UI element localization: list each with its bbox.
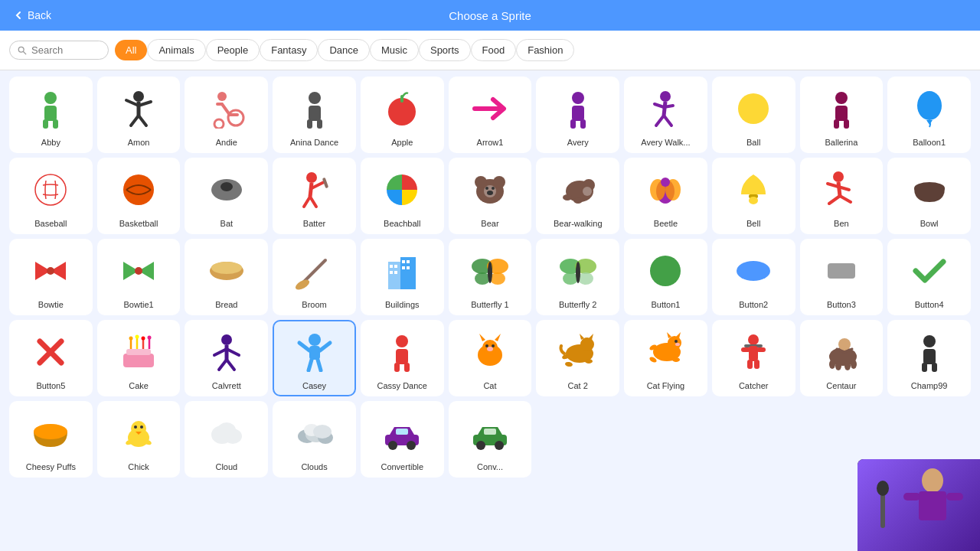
sprite-card-button4[interactable]: Button4 [887,239,971,315]
svg-point-44 [306,172,317,183]
svg-rect-17 [307,119,312,129]
sprite-card-buildings[interactable]: Buildings [361,239,444,315]
filter-btn-music[interactable]: Music [370,39,419,61]
sprite-grid-container[interactable]: AbbyAmonAndieAnina DanceAppleArrow1Avery… [0,70,980,551]
sprite-card-balloon1[interactable]: Balloon1 [887,77,971,153]
sprite-card-bat[interactable]: Bat [185,158,268,234]
sprite-label-batter: Batter [277,219,351,228]
sprite-card-andie[interactable]: Andie [185,77,268,153]
filter-btn-animals[interactable]: Animals [147,39,205,61]
sprite-card-cassy-dance[interactable]: Cassy Dance [361,320,444,396]
sprite-card-cloud[interactable]: Cloud [185,401,268,478]
sprite-card-abby[interactable]: Abby [9,77,93,153]
sprite-image-champ99 [892,326,966,378]
sprite-card-button5[interactable]: Button5 [9,320,93,396]
search-box[interactable] [9,41,109,60]
svg-rect-25 [580,119,586,129]
sprite-card-avery[interactable]: Avery [536,77,619,153]
sprite-image-bowl [892,164,966,216]
sprite-card-convertible[interactable]: Convertible [361,401,444,478]
svg-point-103 [563,272,578,285]
sprite-label-chick: Chick [102,462,176,471]
svg-point-205 [922,468,943,493]
sprite-card-centaur[interactable]: Centaur [800,320,884,396]
sprite-label-casey: Casey [277,381,351,390]
sprite-card-broom[interactable]: Broom [273,239,356,315]
sprite-card-chick[interactable]: Chick [97,401,181,478]
sprite-card-bowtie1[interactable]: Bowtie1 [97,239,181,315]
svg-rect-135 [394,363,400,372]
sprite-card-apple[interactable]: Apple [361,77,444,153]
sprite-label-cat-flying: Cat Flying [629,381,703,390]
filter-btn-fashion[interactable]: Fashion [516,39,574,61]
sprite-label-baseball: Baseball [14,219,88,228]
webcam-overlay [858,459,980,551]
sprite-card-button3[interactable]: Button3 [800,239,884,315]
sprite-card-cake[interactable]: Cake [97,320,181,396]
back-button[interactable]: Back [12,9,51,21]
svg-point-53 [493,176,505,188]
svg-point-81 [135,267,142,275]
sprite-image-abby [14,83,88,135]
svg-line-125 [219,360,227,370]
sprite-card-bell[interactable]: Bell [712,158,795,234]
filter-btn-all[interactable]: All [115,40,147,60]
sprite-card-ballerina[interactable]: Ballerina [800,77,884,153]
svg-point-52 [475,176,487,188]
svg-point-15 [309,92,321,104]
svg-point-117 [129,337,133,341]
search-input[interactable] [31,44,100,56]
svg-point-68 [749,197,758,204]
filter-btn-food[interactable]: Food [471,39,517,61]
sprite-card-ben[interactable]: Ben [800,158,884,234]
sprite-card-catcher[interactable]: Catcher [712,320,795,396]
sprite-card-anina[interactable]: Anina Dance [273,77,356,153]
sprite-label-avery-walk: Avery Walk... [629,138,703,147]
sprite-card-clouds[interactable]: Clouds [273,401,356,478]
svg-rect-178 [922,363,927,372]
filter-btn-people[interactable]: People [206,39,260,61]
sprite-card-avery-walk[interactable]: Avery Walk... [624,77,707,153]
search-icon [18,45,27,56]
filter-btn-dance[interactable]: Dance [318,39,370,61]
sprite-card-cat-flying[interactable]: Cat Flying [624,320,707,396]
sprite-card-arrow1[interactable]: Arrow1 [449,77,532,153]
sprite-card-button1[interactable]: Button1 [624,239,707,315]
svg-rect-36 [844,119,849,129]
sprite-card-batter[interactable]: Batter [273,158,356,234]
sprite-card-baseball[interactable]: Baseball [9,158,93,234]
sprite-card-cat2[interactable]: Cat 2 [536,320,619,396]
svg-point-119 [142,337,145,341]
sprite-card-cat[interactable]: Cat [449,320,532,396]
sprite-card-basketball[interactable]: Basketball [97,158,181,234]
sprite-card-butterfly1[interactable]: Butterfly 1 [449,239,532,315]
sprite-card-bowtie[interactable]: Bowtie [9,239,93,315]
sprite-card-bear[interactable]: Bear [449,158,532,234]
sprite-card-button2[interactable]: Button2 [712,239,795,315]
svg-point-6 [133,91,144,102]
svg-rect-162 [749,346,758,361]
svg-point-2 [44,92,57,104]
filter-btn-sports[interactable]: Sports [419,39,471,61]
sprite-image-centaur [805,326,879,378]
filter-btn-fantasy[interactable]: Fantasy [260,39,318,61]
sprite-card-casey[interactable]: Casey [273,320,356,396]
sprite-card-bowl[interactable]: Bowl [887,158,971,234]
svg-point-196 [313,425,332,439]
sprite-card-ball[interactable]: Ball [712,77,795,153]
sprite-card-champ99[interactable]: Champ99 [887,320,971,396]
sprite-card-amon[interactable]: Amon [97,77,181,153]
sprite-card-bread[interactable]: Bread [185,239,268,315]
sprite-card-butterfly2[interactable]: Butterfly 2 [536,239,619,315]
sprite-card-bear-walking[interactable]: Bear-walking [536,158,619,234]
svg-point-43 [220,182,233,191]
sprite-card-beachball[interactable]: Beachball [361,158,444,234]
svg-point-104 [578,272,593,285]
sprite-label-beachball: Beachball [365,219,439,228]
sprite-card-conv2[interactable]: Conv... [449,401,532,478]
sprite-card-cheesy-puffs[interactable]: Cheesy Puffs [9,401,93,478]
svg-marker-139 [479,334,485,341]
sprite-card-beetle[interactable]: Beetle [624,158,707,234]
sprite-image-cat2 [541,326,615,378]
sprite-card-calvrett[interactable]: Calvrett [185,320,268,396]
